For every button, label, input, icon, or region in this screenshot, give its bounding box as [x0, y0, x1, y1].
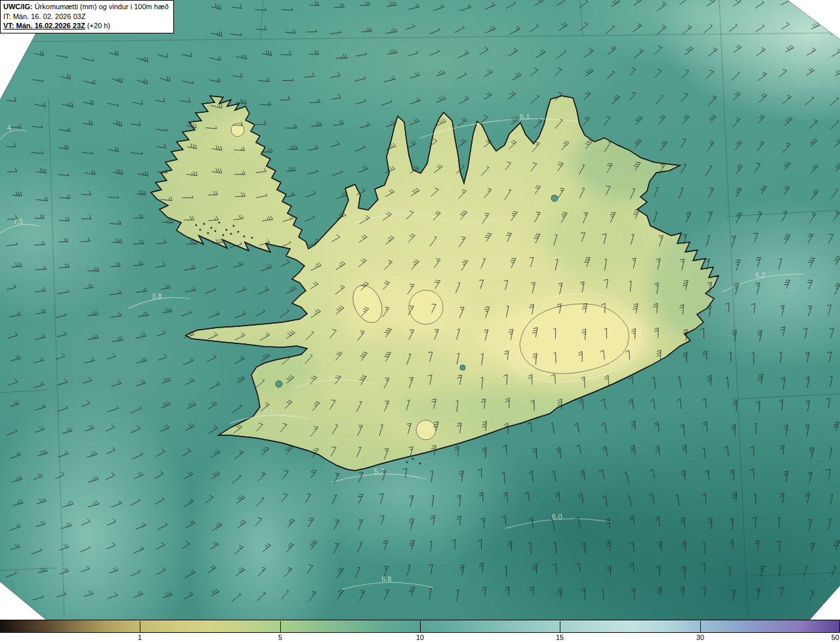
graticule-line: [261, 0, 263, 38]
island-dot: [406, 461, 408, 463]
island-dot: [211, 227, 213, 229]
colorbar-tick: [420, 621, 421, 633]
island-dot: [230, 233, 232, 235]
precip-tint-blob: [236, 341, 315, 394]
graticule-line: [0, 568, 58, 570]
model-name: UWC/IG:: [3, 3, 33, 11]
contour-label: 5.7: [374, 467, 384, 475]
precip-tint-blob: [650, 230, 728, 335]
graticule-line: [738, 572, 840, 576]
colorbar-tick-label: 1: [138, 633, 142, 641]
colorbar-tick-label: 50: [831, 633, 839, 641]
colorbar-tick-label: 15: [556, 633, 564, 641]
glacier-outline: [416, 420, 436, 440]
map-overlay-svg: 5.14.44.36.23.84.63.35.76.05.87.54: [0, 0, 840, 620]
title-line-valid: VT: Mán. 16.02.2026 23Z (+20 h): [3, 21, 169, 31]
island-dot: [412, 458, 414, 460]
graticule-line: [0, 33, 840, 42]
contour-label: 4: [7, 123, 11, 131]
precip-contour: [0, 225, 39, 233]
contour-label: 5.1: [520, 113, 530, 121]
precip-tint-blob: [164, 118, 230, 197]
precip-contour: [341, 582, 433, 589]
colorbar-tick-label: 10: [416, 633, 424, 641]
colorbar-tick-label: 30: [696, 633, 704, 641]
title-line-product: UWC/IG: Úrkomumætti (mm) og vindur i 100…: [3, 2, 169, 12]
island-dot: [243, 236, 245, 238]
valid-time: VT: Mán. 16.02.2026 23Z: [3, 22, 85, 30]
weather-map-canvas: 5.14.44.36.23.84.63.35.76.05.87.54 UWC/I…: [0, 0, 840, 620]
island-dot: [226, 229, 228, 231]
graticule-line: [726, 210, 840, 217]
island-dot: [215, 230, 217, 232]
island-dot: [222, 234, 224, 236]
island-dot: [207, 232, 209, 234]
contour-label: 4.4: [391, 208, 401, 216]
contour-label: 4.6: [329, 373, 339, 381]
island-dot: [200, 229, 201, 231]
colorbar-tick: [140, 621, 140, 633]
title-line-init: IT: Mán. 16. 02. 2026 03Z: [3, 12, 169, 22]
product-name: Úrkomumætti (mm) og vindur i 100m hæð: [33, 3, 169, 11]
colorbar-tick-label: 5: [278, 633, 282, 641]
contour-label: 5.8: [381, 575, 391, 583]
graticule-line: [731, 394, 840, 399]
island-dot: [219, 222, 220, 224]
colorbar-tick: [700, 621, 701, 633]
island-dot: [196, 225, 198, 226]
graticule-line: [719, 0, 748, 620]
precip-tint-blob: [440, 315, 518, 368]
glacier-outline: [409, 290, 443, 324]
valid-offset: (+20 h): [85, 22, 110, 30]
precip-tint-blob: [541, 197, 646, 276]
colorbar: 1510153050: [0, 620, 840, 642]
island-dot: [203, 223, 205, 225]
graticule-line: [49, 98, 64, 617]
precip-contour: [331, 474, 427, 482]
precip-contour: [0, 130, 26, 139]
contour-label: 6.0: [552, 513, 562, 521]
island-dot: [419, 463, 421, 465]
lake: [276, 381, 282, 387]
graticule-line: [0, 390, 47, 393]
colorbar-tick: [280, 621, 281, 633]
lake: [460, 365, 465, 370]
colorbar-gradient: [0, 620, 840, 633]
lake: [551, 195, 558, 202]
contour-label: 7.5: [13, 217, 23, 225]
contour-label: 3.8: [152, 292, 161, 300]
island-dot: [233, 225, 235, 227]
contour-label: 6.2: [755, 271, 765, 279]
island-dot: [251, 237, 253, 239]
forecast-title-box: UWC/IG: Úrkomumætti (mm) og vindur i 100…: [0, 0, 174, 33]
colorbar-tick: [560, 621, 560, 633]
island-dot: [238, 231, 240, 233]
